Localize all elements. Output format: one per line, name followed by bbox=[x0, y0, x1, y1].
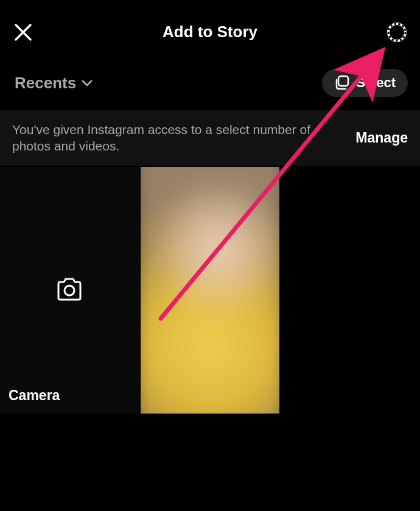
svg-rect-4 bbox=[338, 76, 348, 86]
empty-tile bbox=[281, 167, 420, 414]
select-label: Select bbox=[356, 75, 396, 91]
subheader: Recents Select bbox=[0, 58, 420, 110]
manage-button[interactable]: Manage bbox=[355, 130, 408, 146]
camera-label: Camera bbox=[9, 387, 60, 404]
svg-point-5 bbox=[65, 286, 74, 295]
multi-select-icon bbox=[334, 75, 350, 91]
chevron-down-icon bbox=[81, 77, 93, 89]
media-grid: Camera bbox=[0, 167, 420, 414]
permission-text: You've given Instagram access to a selec… bbox=[12, 121, 343, 155]
camera-icon bbox=[55, 277, 84, 303]
photo-blurred-preview bbox=[141, 167, 280, 414]
gear-icon bbox=[386, 21, 408, 43]
camera-icon-wrap bbox=[55, 167, 84, 414]
recents-label: Recents bbox=[15, 74, 76, 93]
recents-dropdown[interactable]: Recents bbox=[15, 74, 93, 93]
header: Add to Story bbox=[0, 0, 420, 58]
page-title: Add to Story bbox=[35, 23, 385, 41]
close-icon bbox=[14, 23, 32, 41]
permission-bar: You've given Instagram access to a selec… bbox=[0, 110, 420, 166]
close-button[interactable] bbox=[11, 20, 35, 44]
photo-thumbnail[interactable] bbox=[141, 167, 280, 414]
settings-button[interactable] bbox=[385, 20, 409, 44]
select-button[interactable]: Select bbox=[322, 69, 408, 97]
camera-tile[interactable]: Camera bbox=[0, 167, 139, 414]
